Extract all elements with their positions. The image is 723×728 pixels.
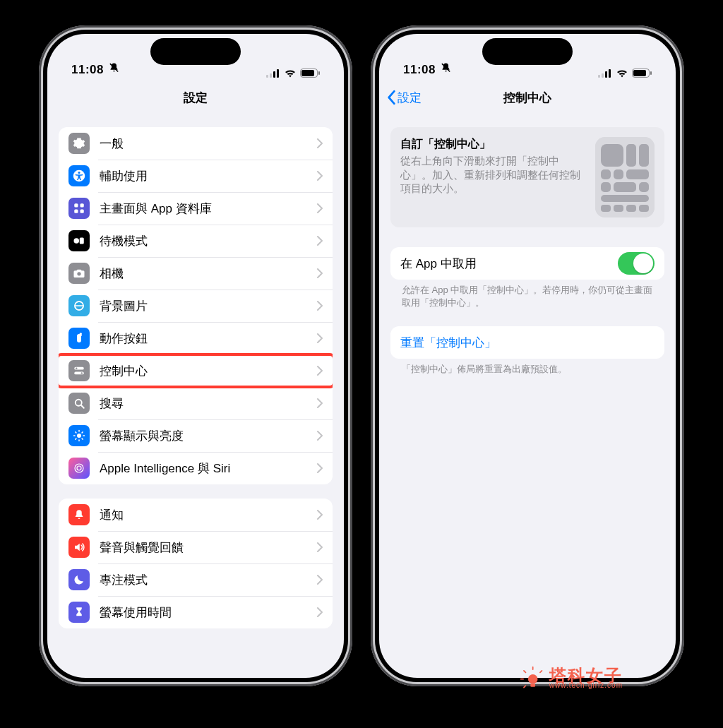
silent-icon bbox=[108, 62, 120, 78]
svg-line-34 bbox=[82, 432, 83, 433]
svg-rect-58 bbox=[626, 205, 636, 212]
chevron-right-icon bbox=[317, 236, 323, 246]
moon-icon bbox=[68, 569, 90, 590]
row-notifications[interactable]: 通知 bbox=[59, 499, 333, 531]
row-ai[interactable]: Apple Intelligence 與 Siri bbox=[59, 452, 333, 484]
dynamic-island bbox=[482, 38, 573, 65]
chevron-right-icon bbox=[317, 398, 323, 408]
svg-line-31 bbox=[76, 432, 76, 433]
svg-line-62 bbox=[524, 671, 526, 673]
row-label: 螢幕顯示與亮度 bbox=[100, 428, 307, 444]
page-title: 控制中心 bbox=[503, 90, 551, 106]
status-time: 11:08 bbox=[71, 63, 104, 77]
chevron-right-icon bbox=[317, 203, 323, 213]
svg-rect-2 bbox=[270, 73, 272, 78]
row-label: 在 App 中取用 bbox=[400, 256, 608, 272]
settings-section-1: 一般輔助使用主畫面與 App 資料庫待機模式相機背景圖片動作按鈕控制中心搜尋螢幕… bbox=[59, 127, 333, 484]
row-label: 相機 bbox=[100, 265, 307, 282]
row-sounds[interactable]: 聲音與觸覺回饋 bbox=[59, 531, 333, 563]
row-label: 待機模式 bbox=[100, 233, 307, 249]
chevron-right-icon bbox=[317, 463, 323, 473]
control-center-preview bbox=[595, 137, 655, 217]
svg-rect-50 bbox=[614, 169, 623, 179]
svg-point-14 bbox=[74, 238, 80, 244]
row-actionbutton[interactable]: 動作按鈕 bbox=[59, 322, 333, 354]
reset-footer: 「控制中心」佈局將重置為出廠預設值。 bbox=[390, 359, 664, 376]
row-label: 一般 bbox=[100, 136, 307, 152]
accessibility-icon bbox=[68, 165, 90, 186]
svg-rect-40 bbox=[605, 71, 607, 78]
svg-rect-41 bbox=[609, 69, 611, 78]
row-label: 主畫面與 App 資料庫 bbox=[100, 201, 307, 217]
nav-bar: 設定 bbox=[47, 82, 344, 113]
row-access-within-apps[interactable]: 在 App 中取用 bbox=[390, 247, 664, 280]
row-label: 輔助使用 bbox=[100, 168, 307, 184]
standby-icon bbox=[68, 230, 90, 251]
svg-rect-3 bbox=[273, 71, 275, 78]
svg-point-23 bbox=[81, 372, 83, 374]
settings-content[interactable]: 一般輔助使用主畫面與 App 資料庫待機模式相機背景圖片動作按鈕控制中心搜尋螢幕… bbox=[47, 113, 344, 678]
chevron-right-icon bbox=[317, 366, 323, 376]
camera-icon bbox=[68, 263, 90, 284]
homegrid-icon bbox=[68, 198, 90, 219]
chevron-right-icon bbox=[317, 171, 323, 181]
svg-rect-39 bbox=[602, 73, 604, 78]
back-label: 設定 bbox=[398, 90, 422, 106]
svg-rect-15 bbox=[80, 238, 84, 244]
svg-rect-46 bbox=[601, 144, 623, 167]
row-label: 控制中心 bbox=[100, 363, 307, 379]
chevron-right-icon bbox=[317, 542, 323, 552]
brightness-icon bbox=[68, 425, 90, 446]
wifi-icon bbox=[616, 68, 628, 78]
back-button[interactable]: 設定 bbox=[386, 82, 422, 113]
svg-point-9 bbox=[78, 172, 80, 174]
row-general[interactable]: 一般 bbox=[59, 127, 333, 160]
row-label: 搜尋 bbox=[100, 395, 307, 412]
row-accessibility[interactable]: 輔助使用 bbox=[59, 160, 333, 192]
row-standby[interactable]: 待機模式 bbox=[59, 225, 333, 257]
row-label: Apple Intelligence 與 Siri bbox=[100, 460, 307, 477]
phone-right: 11:08 bbox=[371, 25, 684, 686]
svg-rect-52 bbox=[601, 182, 611, 192]
svg-rect-54 bbox=[639, 182, 649, 192]
reset-section: 重置「控制中心」 bbox=[390, 326, 664, 359]
ai-icon bbox=[68, 458, 90, 479]
row-camera[interactable]: 相機 bbox=[59, 257, 333, 290]
row-display[interactable]: 螢幕顯示與亮度 bbox=[59, 419, 333, 452]
svg-rect-10 bbox=[74, 203, 78, 207]
row-reset-control-center[interactable]: 重置「控制中心」 bbox=[390, 326, 664, 359]
bell-icon bbox=[68, 504, 90, 525]
row-label: 螢幕使用時間 bbox=[100, 604, 307, 621]
info-card-desc: 從右上角向下滑動來打開「控制中心」。加入、重新排列和調整任何控制項目的大小。 bbox=[400, 155, 585, 196]
svg-rect-4 bbox=[277, 69, 279, 78]
search-icon bbox=[68, 393, 90, 414]
svg-rect-38 bbox=[598, 75, 600, 78]
screen-settings: 11:08 bbox=[47, 34, 344, 678]
svg-rect-44 bbox=[650, 71, 652, 75]
screen-control-center: 11:08 bbox=[379, 34, 676, 678]
svg-point-21 bbox=[76, 367, 77, 369]
svg-rect-56 bbox=[601, 205, 611, 212]
row-focus[interactable]: 專注模式 bbox=[59, 563, 333, 596]
cellular-icon bbox=[598, 69, 612, 78]
chevron-right-icon bbox=[317, 575, 323, 585]
action-icon bbox=[68, 328, 90, 349]
row-screentime[interactable]: 螢幕使用時間 bbox=[59, 596, 333, 628]
customize-info-card[interactable]: 自訂「控制中心」 從右上角向下滑動來打開「控制中心」。加入、重新排列和調整任何控… bbox=[390, 127, 664, 227]
svg-line-63 bbox=[540, 671, 542, 673]
row-label: 專注模式 bbox=[100, 572, 307, 588]
svg-rect-66 bbox=[530, 684, 535, 687]
row-search[interactable]: 搜尋 bbox=[59, 387, 333, 419]
svg-line-25 bbox=[81, 405, 84, 408]
row-homescreen[interactable]: 主畫面與 App 資料庫 bbox=[59, 192, 333, 225]
row-controlcenter[interactable]: 控制中心 bbox=[59, 354, 333, 387]
control-center-content[interactable]: 自訂「控制中心」 從右上角向下滑動來打開「控制中心」。加入、重新排列和調整任何控… bbox=[379, 113, 676, 678]
toggle-access-within-apps[interactable] bbox=[618, 252, 655, 275]
chevron-right-icon bbox=[317, 607, 323, 617]
svg-point-60 bbox=[528, 674, 538, 684]
row-wallpaper[interactable]: 背景圖片 bbox=[59, 290, 333, 322]
svg-rect-43 bbox=[633, 70, 646, 76]
chevron-right-icon bbox=[317, 431, 323, 441]
switches-icon bbox=[68, 360, 90, 381]
svg-rect-7 bbox=[318, 71, 320, 75]
